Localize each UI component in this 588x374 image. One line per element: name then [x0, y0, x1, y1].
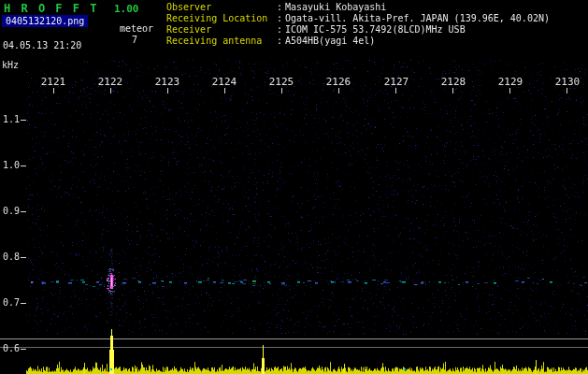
- spectrogram-plot: [0, 0, 588, 374]
- info-value: Ogata-vill. Akita-Pref. JAPAN (139.96E, …: [285, 13, 550, 23]
- meteor-count: 7: [132, 35, 137, 45]
- y-axis-label: 0.9: [3, 206, 25, 216]
- app-title: H R O F F T: [4, 2, 98, 15]
- x-axis-label: 2125: [267, 76, 295, 88]
- x-axis-label: 2124: [210, 76, 238, 88]
- info-value: A504HB(yagi 4el): [285, 36, 375, 46]
- info-label: Observer: [166, 2, 277, 12]
- x-axis-label: 2128: [439, 76, 467, 88]
- info-label: Receiving Location: [166, 13, 277, 23]
- info-row-observer: Observer:Masayuki Kobayashi: [166, 2, 550, 13]
- x-axis-label: 2127: [382, 76, 410, 88]
- hrofft-window: H R O F F T 1.00 0405132120.png meteor 7…: [0, 0, 588, 374]
- x-axis-label: 2126: [324, 76, 352, 88]
- x-axis-label: 2129: [496, 76, 524, 88]
- station-info: Observer:Masayuki Kobayashi Receiving Lo…: [166, 2, 550, 47]
- info-label: Receiver: [166, 24, 277, 35]
- y-axis-label: 0.6: [3, 343, 25, 353]
- info-label: Receiving antenna: [166, 36, 277, 46]
- info-colon: :: [277, 13, 285, 23]
- y-axis-label: 1.1: [3, 114, 25, 124]
- mode-label: meteor: [120, 23, 153, 34]
- info-colon: :: [277, 2, 285, 12]
- app-version: 1.00: [114, 3, 139, 15]
- info-colon: :: [277, 24, 285, 35]
- info-row-location: Receiving Location:Ogata-vill. Akita-Pre…: [166, 13, 550, 24]
- info-row-receiver: Receiver:ICOM IC-575 53.7492(8LCD)MHz US…: [166, 24, 550, 36]
- x-axis-label: 2122: [96, 76, 124, 88]
- info-value: ICOM IC-575 53.7492(8LCD)MHz USB: [285, 24, 466, 35]
- datetime-label: 04.05.13 21:20: [3, 40, 81, 50]
- info-colon: :: [277, 36, 285, 46]
- y-axis-unit: kHz: [2, 60, 24, 70]
- x-axis-label: 2123: [153, 76, 181, 88]
- y-axis-label: 0.8: [3, 252, 25, 262]
- info-row-antenna: Receiving antenna:A504HB(yagi 4el): [166, 36, 550, 47]
- filename-badge: 0405132120.png: [2, 15, 88, 27]
- y-axis-label: 0.7: [3, 297, 25, 308]
- x-axis-label: 2130: [553, 76, 581, 88]
- y-axis-label: 1.0: [3, 160, 25, 170]
- info-value: Masayuki Kobayashi: [285, 2, 386, 12]
- x-axis-label: 2121: [39, 76, 67, 88]
